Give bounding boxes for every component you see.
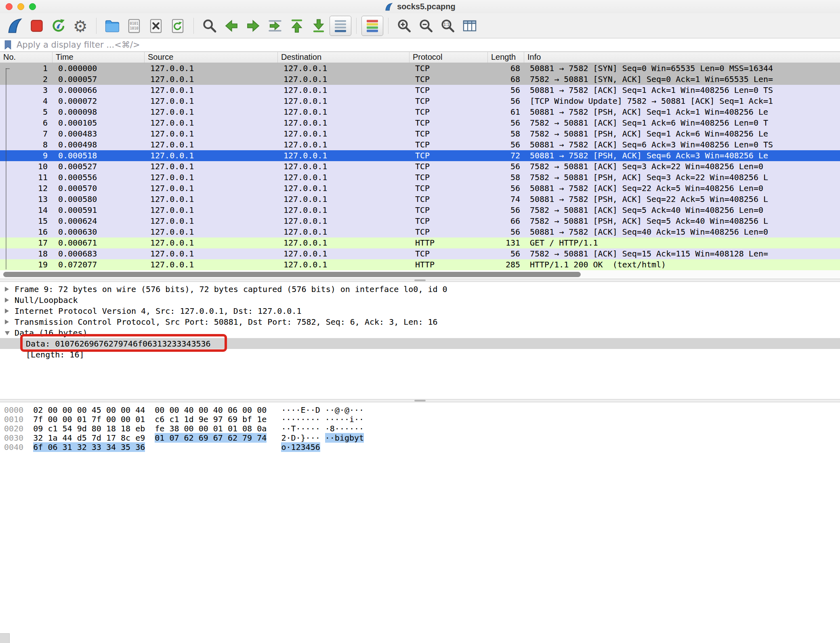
go-last-button[interactable]	[308, 16, 330, 36]
open-file-button[interactable]	[101, 16, 123, 36]
packet-row-7[interactable]: 70.000483127.0.0.1127.0.0.1TCP587582 → 5…	[0, 128, 840, 139]
cell-time: 0.000683	[52, 248, 145, 259]
display-filter-input[interactable]	[16, 38, 837, 51]
zoom-in-button[interactable]	[393, 16, 415, 36]
save-file-button[interactable]: 01011010	[123, 16, 145, 36]
packet-row-8[interactable]: 80.000498127.0.0.1127.0.0.1TCP5650881 → …	[0, 139, 840, 150]
column-header-time[interactable]: Time	[52, 52, 145, 63]
hex-bytes: 01 07 62 69 67 62 79 74	[155, 433, 267, 443]
cell-no: 11	[0, 172, 52, 183]
ascii-bytes: 2·D·}···	[281, 433, 320, 443]
packet-row-3[interactable]: 30.000066127.0.0.1127.0.0.1TCP5650881 → …	[0, 85, 840, 96]
packet-row-14[interactable]: 140.000591127.0.0.1127.0.0.1TCP567582 → …	[0, 205, 840, 216]
packet-row-19[interactable]: 190.072077127.0.0.1127.0.0.1HTTP285HTTP/…	[0, 259, 840, 270]
auto-scroll-button[interactable]	[330, 16, 351, 36]
column-header-length[interactable]: Length	[488, 52, 524, 63]
cell-dst: 127.0.0.1	[278, 139, 410, 150]
chevron-right-icon[interactable]	[5, 287, 9, 292]
packet-detail-line[interactable]: Data: 01076269676279746f06313233343536	[0, 338, 840, 349]
stop-capture-button[interactable]	[26, 16, 48, 36]
cell-src: 127.0.0.1	[145, 259, 278, 270]
packet-row-15[interactable]: 150.000624127.0.0.1127.0.0.1TCP667582 → …	[0, 216, 840, 227]
packet-row-5[interactable]: 50.000098127.0.0.1127.0.0.1TCP6150881 → …	[0, 107, 840, 118]
go-first-button[interactable]	[286, 16, 308, 36]
cell-info: 7582 → 50881 [SYN, ACK] Seq=0 Ack=1 Win=…	[524, 74, 840, 85]
packet-detail-line[interactable]: Internet Protocol Version 4, Src: 127.0.…	[0, 305, 840, 316]
packet-row-11[interactable]: 110.000556127.0.0.1127.0.0.1TCP587582 → …	[0, 172, 840, 183]
pane-splitter-top[interactable]	[0, 279, 840, 282]
resize-columns-button[interactable]	[459, 16, 481, 36]
filter-bookmark-icon[interactable]	[3, 40, 13, 50]
go-last-icon	[310, 17, 327, 34]
hex-dump-pane: 0000 02 00 00 00 45 00 00 44 00 00 40 00…	[0, 402, 840, 643]
hex-dump-row[interactable]: 0000 02 00 00 00 45 00 00 44 00 00 40 00…	[0, 406, 840, 415]
chevron-right-icon[interactable]	[5, 319, 9, 324]
go-to-packet-button[interactable]	[264, 16, 286, 36]
packet-row-1[interactable]: 10.000000127.0.0.1127.0.0.1TCP6850881 → …	[0, 63, 840, 74]
hex-offset: 0000	[4, 405, 23, 415]
packet-row-4[interactable]: 40.000072127.0.0.1127.0.0.1TCP56[TCP Win…	[0, 96, 840, 107]
packet-detail-line[interactable]: Frame 9: 72 bytes on wire (576 bits), 72…	[0, 284, 840, 294]
zoom-reset-button[interactable]: 1:1	[437, 16, 459, 36]
chevron-right-icon[interactable]	[5, 309, 9, 313]
cell-info: 50881 → 7582 [ACK] Seq=22 Ack=5 Win=4082…	[524, 183, 840, 194]
reload-file-button[interactable]	[167, 16, 189, 36]
column-header-source[interactable]: Source	[145, 52, 278, 63]
cell-proto: TCP	[410, 139, 488, 150]
cell-len: 58	[488, 128, 524, 139]
save-file-icon: 01011010	[126, 17, 143, 34]
colorize-button[interactable]	[361, 16, 383, 36]
cell-src: 127.0.0.1	[145, 85, 278, 96]
pane-splitter-bottom[interactable]	[0, 399, 840, 402]
reload-file-icon	[169, 17, 186, 34]
chevron-down-icon[interactable]	[5, 331, 10, 335]
go-forward-button[interactable]	[242, 16, 264, 36]
packet-row-17[interactable]: 170.000671127.0.0.1127.0.0.1HTTP131GET /…	[0, 237, 840, 248]
find-packet-button[interactable]	[199, 16, 220, 36]
packet-row-18[interactable]: 180.000683127.0.0.1127.0.0.1TCP567582 → …	[0, 248, 840, 259]
chevron-right-icon[interactable]	[5, 298, 9, 303]
column-header-info[interactable]: Info	[524, 52, 840, 63]
cell-no: 17	[0, 237, 52, 248]
hex-dump-row[interactable]: 0020 09 c1 54 9d 80 18 18 eb fe 38 00 00…	[0, 424, 840, 433]
close-file-button[interactable]	[145, 16, 167, 36]
packet-detail-line[interactable]: [Length: 16]	[0, 349, 840, 360]
start-capture-icon	[6, 17, 23, 34]
hex-dump-row[interactable]: 0030 32 1a 44 d5 7d 17 8c e9 01 07 62 69…	[0, 433, 840, 443]
packet-detail-line[interactable]: Null/Loopback	[0, 294, 840, 305]
packet-row-10[interactable]: 100.000527127.0.0.1127.0.0.1TCP567582 → …	[0, 161, 840, 172]
cell-time: 0.000000	[52, 63, 145, 74]
cell-no: 18	[0, 248, 52, 259]
cell-dst: 127.0.0.1	[278, 248, 410, 259]
cell-len: 56	[488, 161, 524, 172]
display-filter-bar	[0, 38, 840, 52]
packet-row-12[interactable]: 120.000570127.0.0.1127.0.0.1TCP5650881 →…	[0, 183, 840, 194]
hex-dump-row[interactable]: 0040 6f 06 31 32 33 34 35 36 o·123456	[0, 443, 840, 452]
restart-capture-icon	[50, 17, 67, 34]
packet-detail-line[interactable]: Data (16 bytes)	[0, 327, 840, 338]
column-header-protocol[interactable]: Protocol	[410, 52, 488, 63]
cell-info: 50881 → 7582 [SYN] Seq=0 Win=65535 Len=0…	[524, 63, 840, 74]
packet-row-2[interactable]: 20.000057127.0.0.1127.0.0.1TCP687582 → 5…	[0, 74, 840, 85]
hex-dump-row[interactable]: 0010 7f 00 00 01 7f 00 00 01 c6 c1 1d 9e…	[0, 415, 840, 424]
packet-row-13[interactable]: 130.000580127.0.0.1127.0.0.1TCP7450881 →…	[0, 194, 840, 205]
column-header-no[interactable]: No.	[0, 52, 52, 63]
packet-detail-line[interactable]: Transmission Control Protocol, Src Port:…	[0, 316, 840, 327]
horizontal-scrollbar-thumb[interactable]	[3, 272, 581, 277]
packet-row-16[interactable]: 160.000630127.0.0.1127.0.0.1TCP5650881 →…	[0, 227, 840, 237]
packet-row-9[interactable]: 90.000518127.0.0.1127.0.0.1TCP7250881 → …	[0, 150, 840, 161]
cell-info: 50881 → 7582 [PSH, ACK] Seq=22 Ack=5 Win…	[524, 194, 840, 205]
hex-offset: 0020	[4, 424, 23, 433]
packet-row-6[interactable]: 60.000105127.0.0.1127.0.0.1TCP567582 → 5…	[0, 118, 840, 128]
cell-no: 3	[0, 85, 52, 96]
go-back-button[interactable]	[220, 16, 242, 36]
restart-capture-button[interactable]	[48, 16, 69, 36]
zoom-out-button[interactable]	[415, 16, 437, 36]
capture-options-button[interactable]: ⚙	[69, 16, 91, 36]
cell-proto: TCP	[410, 150, 488, 161]
cell-no: 4	[0, 96, 52, 107]
cell-proto: TCP	[410, 128, 488, 139]
column-header-destination[interactable]: Destination	[278, 52, 410, 63]
start-capture-button[interactable]	[4, 16, 26, 36]
zoom-in-icon	[396, 17, 413, 34]
